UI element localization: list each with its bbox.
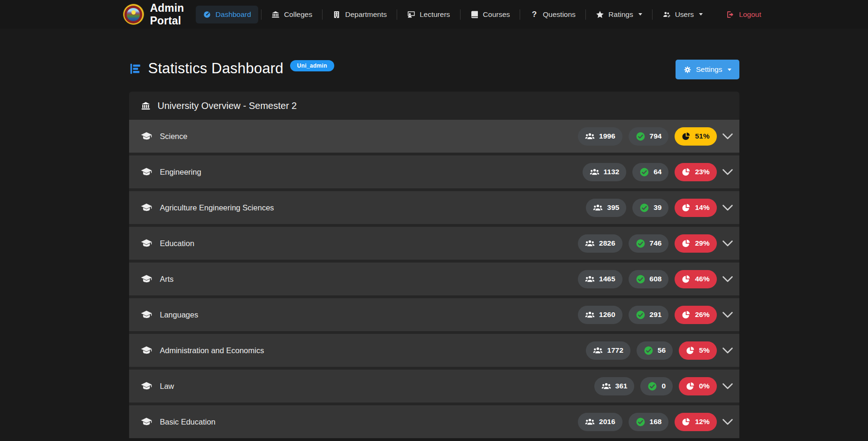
chevron-down-icon[interactable] xyxy=(722,240,733,247)
passed-count-badge: 168 xyxy=(629,413,669,431)
students-count: 361 xyxy=(615,382,628,390)
pie-chart-icon xyxy=(682,310,691,319)
pie-chart-icon xyxy=(686,382,695,391)
page-header: Statistics Dashboard Uni_admin Settings xyxy=(129,59,739,79)
college-name: Law xyxy=(160,382,174,391)
college-row[interactable]: Languages 1260 291 26% xyxy=(129,298,739,331)
check-circle-icon xyxy=(636,132,645,141)
percent-value: 0% xyxy=(699,382,709,390)
page-title: Statistics Dashboard xyxy=(148,59,284,78)
graduation-cap-icon xyxy=(141,166,152,178)
percent-value: 29% xyxy=(695,239,709,248)
chevron-down-icon[interactable] xyxy=(722,311,733,318)
college-row[interactable]: Administration and Economics 1772 56 5% xyxy=(129,334,739,367)
passed-count-badge: 64 xyxy=(632,163,668,181)
passed-count: 794 xyxy=(650,132,662,140)
percent-badge: 0% xyxy=(679,377,716,395)
users-icon xyxy=(585,274,595,284)
chevron-down-icon[interactable] xyxy=(722,418,733,426)
brand-title: Admin Portal xyxy=(150,2,184,27)
students-count-badge: 1772 xyxy=(586,341,630,360)
students-count-badge: 2826 xyxy=(578,234,622,253)
students-count-badge: 1465 xyxy=(578,270,622,288)
settings-label: Settings xyxy=(696,65,722,74)
nav-item-departments[interactable]: Departments xyxy=(325,6,394,23)
students-count: 1996 xyxy=(599,132,615,140)
passed-count-badge: 746 xyxy=(629,234,669,253)
nav-item-ratings[interactable]: Ratings xyxy=(589,6,649,23)
college-row[interactable]: Agriculture Engineering Sciences 395 39 … xyxy=(129,191,739,224)
settings-button[interactable]: Settings xyxy=(676,60,739,79)
caret-down-icon xyxy=(699,13,703,15)
students-count: 2826 xyxy=(599,239,615,248)
nav-item-dashboard[interactable]: Dashboard xyxy=(196,6,258,23)
percent-badge: 12% xyxy=(675,413,716,431)
percent-value: 5% xyxy=(699,346,709,355)
check-circle-icon xyxy=(639,203,649,213)
chevron-down-icon[interactable] xyxy=(722,383,733,390)
nav-item-questions[interactable]: ? Questions xyxy=(523,6,583,23)
students-count-badge: 361 xyxy=(594,377,635,395)
college-row[interactable]: Basic Education 2016 168 12% xyxy=(129,405,739,438)
college-row[interactable]: Arts 1465 608 46% xyxy=(129,263,739,295)
graduation-cap-icon xyxy=(141,273,152,285)
check-circle-icon xyxy=(639,167,649,177)
brand[interactable]: Admin Portal xyxy=(123,2,184,27)
users-icon xyxy=(585,417,595,427)
bank-icon xyxy=(271,10,280,19)
book-icon xyxy=(470,10,479,19)
college-row[interactable]: Engineering 1132 64 23% xyxy=(129,155,739,188)
percent-value: 14% xyxy=(695,203,709,212)
college-name: Agriculture Engineering Sciences xyxy=(160,203,274,212)
percent-badge: 5% xyxy=(679,341,716,360)
pie-chart-icon xyxy=(686,346,695,355)
students-count-badge: 395 xyxy=(586,199,626,217)
overview-card: University Overview - Semester 2 Science… xyxy=(129,92,739,441)
nav-item-lecturers[interactable]: Lecturers xyxy=(400,6,457,23)
passed-count: 608 xyxy=(650,275,662,283)
main-content: Statistics Dashboard Uni_admin Settings … xyxy=(129,29,739,441)
students-count-badge: 1132 xyxy=(583,163,627,181)
chart-bars-icon xyxy=(129,62,142,75)
nav-item-courses[interactable]: Courses xyxy=(463,6,517,23)
college-name: Education xyxy=(160,239,194,248)
users-icon xyxy=(593,346,603,356)
chevron-down-icon[interactable] xyxy=(722,347,733,354)
graduation-cap-icon xyxy=(141,202,152,213)
pie-chart-icon xyxy=(682,203,691,212)
percent-value: 26% xyxy=(695,310,709,319)
students-count: 1772 xyxy=(607,346,623,355)
check-circle-icon xyxy=(644,346,653,356)
pie-chart-icon xyxy=(682,132,691,141)
chevron-down-icon[interactable] xyxy=(722,276,733,283)
nav-item-users[interactable]: Users xyxy=(655,6,710,23)
logout-label: Logout xyxy=(739,10,761,19)
percent-value: 23% xyxy=(695,168,709,176)
students-count: 395 xyxy=(607,203,619,212)
graduation-cap-icon xyxy=(141,416,152,427)
students-count: 1260 xyxy=(599,310,615,319)
passed-count: 56 xyxy=(658,346,666,355)
graduation-cap-icon xyxy=(141,309,152,320)
passed-count-badge: 0 xyxy=(640,377,673,395)
nav-divider xyxy=(397,9,397,20)
chevron-down-icon[interactable] xyxy=(722,133,733,140)
nav-divider xyxy=(261,9,261,20)
college-name: Arts xyxy=(160,275,174,284)
college-row[interactable]: Law 361 0 0% xyxy=(129,370,739,402)
percent-value: 12% xyxy=(695,418,709,426)
users-icon xyxy=(585,310,595,320)
college-row[interactable]: Science 1996 794 51% xyxy=(129,120,739,153)
chevron-down-icon[interactable] xyxy=(722,204,733,211)
chevron-down-icon[interactable] xyxy=(722,169,733,176)
nav-item-colleges[interactable]: Colleges xyxy=(264,6,319,23)
college-name: Administration and Economics xyxy=(160,346,264,355)
graduation-cap-icon xyxy=(141,131,152,142)
college-row[interactable]: Education 2826 746 29% xyxy=(129,227,739,260)
passed-count-badge: 608 xyxy=(629,270,669,288)
logout-link[interactable]: Logout xyxy=(726,10,761,19)
gear-icon xyxy=(684,66,691,74)
pie-chart-icon xyxy=(682,168,691,177)
role-badge: Uni_admin xyxy=(290,60,334,71)
passed-count-badge: 56 xyxy=(637,341,673,360)
